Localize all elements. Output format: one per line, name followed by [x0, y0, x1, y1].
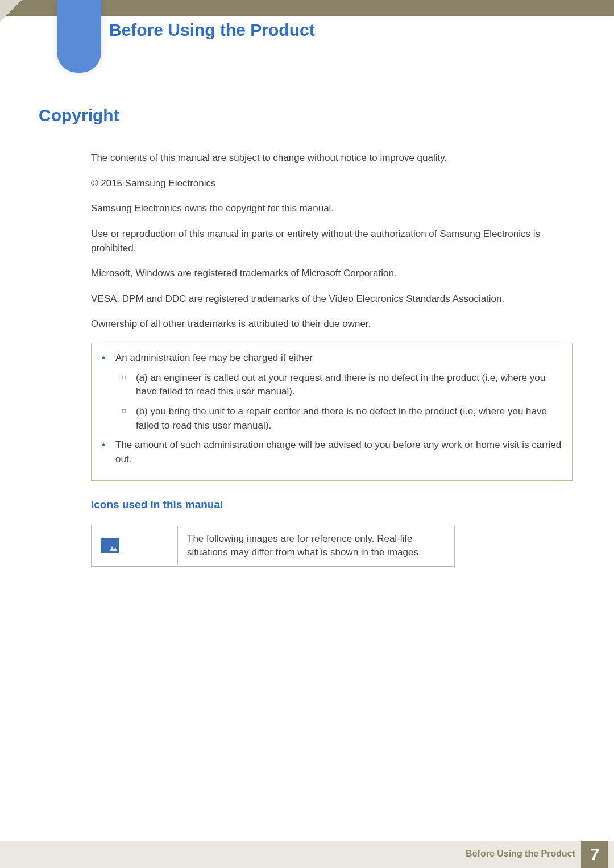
- list-item: An administration fee may be charged if …: [95, 351, 565, 433]
- paragraph: The contents of this manual are subject …: [91, 151, 573, 165]
- chapter-tab: [57, 0, 101, 73]
- paragraph: Microsoft, Windows are registered tradem…: [91, 267, 573, 281]
- list-item: The amount of such administration charge…: [95, 438, 565, 466]
- table-row: The following images are for reference o…: [93, 526, 453, 565]
- content-area: Copyright The contents of this manual ar…: [39, 106, 573, 567]
- page-corner-fold: [0, 0, 22, 22]
- reference-image-icon: [101, 538, 119, 553]
- page-footer: Before Using the Product 7: [0, 841, 614, 868]
- body-text: The contents of this manual are subject …: [91, 151, 573, 567]
- footer-chapter-label: Before Using the Product: [466, 849, 575, 859]
- page-number: 7: [581, 841, 608, 868]
- paragraph: Samsung Electronics owns the copyright f…: [91, 202, 573, 216]
- sublist-item: (a) an engineer is called out at your re…: [115, 371, 565, 399]
- notice-box: An administration fee may be charged if …: [91, 343, 573, 480]
- paragraph: Ownership of all other trademarks is att…: [91, 317, 573, 331]
- section-title: Copyright: [39, 106, 573, 125]
- paragraph: © 2015 Samsung Electronics: [91, 177, 573, 191]
- sublist-item: (b) you bring the unit to a repair cente…: [115, 405, 565, 433]
- list-text: An administration fee may be charged if …: [115, 352, 313, 363]
- icon-table: The following images are for reference o…: [91, 525, 455, 567]
- icon-cell: [93, 526, 178, 565]
- icon-description: The following images are for reference o…: [179, 526, 453, 565]
- paragraph: VESA, DPM and DDC are registered tradema…: [91, 292, 573, 306]
- paragraph: Use or reproduction of this manual in pa…: [91, 227, 573, 255]
- chapter-title: Before Using the Product: [109, 20, 315, 40]
- subsection-title: Icons used in this manual: [91, 497, 573, 513]
